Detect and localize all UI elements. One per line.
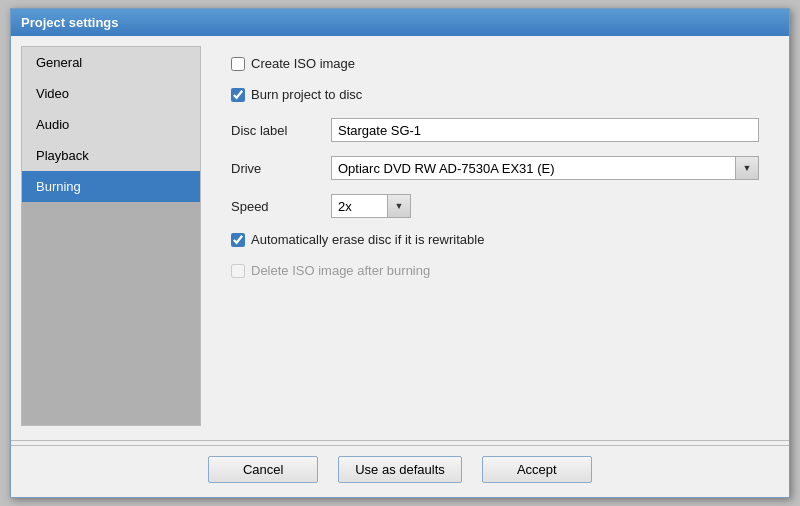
auto-erase-label: Automatically erase disc if it is rewrit…	[251, 232, 484, 247]
sidebar: General Video Audio Playback Burning	[21, 46, 201, 426]
drive-row: Drive Optiarc DVD RW AD-7530A EX31 (E) ▼	[231, 156, 759, 180]
speed-label: Speed	[231, 199, 321, 214]
delete-iso-label: Delete ISO image after burning	[251, 263, 430, 278]
accept-button[interactable]: Accept	[482, 456, 592, 483]
speed-select[interactable]: 1x 2x 4x 8x Max	[331, 194, 411, 218]
title-text: Project settings	[21, 15, 119, 30]
use-as-defaults-button[interactable]: Use as defaults	[338, 456, 462, 483]
sidebar-item-burning[interactable]: Burning	[22, 171, 200, 202]
sidebar-item-video[interactable]: Video	[22, 78, 200, 109]
drive-label: Drive	[231, 161, 321, 176]
dialog-body: General Video Audio Playback Burning Cre…	[11, 36, 789, 436]
burn-project-checkbox[interactable]	[231, 88, 245, 102]
burn-project-row: Burn project to disc	[231, 87, 759, 102]
disc-label-input[interactable]	[331, 118, 759, 142]
auto-erase-checkbox[interactable]	[231, 233, 245, 247]
sidebar-item-audio[interactable]: Audio	[22, 109, 200, 140]
delete-iso-row: Delete ISO image after burning	[231, 263, 759, 278]
content-panel: Create ISO image Burn project to disc Di…	[211, 46, 779, 426]
sidebar-item-general[interactable]: General	[22, 47, 200, 78]
title-bar: Project settings	[11, 9, 789, 36]
disc-label-row: Disc label	[231, 118, 759, 142]
create-iso-label: Create ISO image	[251, 56, 355, 71]
create-iso-checkbox[interactable]	[231, 57, 245, 71]
divider	[11, 440, 789, 441]
auto-erase-row: Automatically erase disc if it is rewrit…	[231, 232, 759, 247]
drive-select[interactable]: Optiarc DVD RW AD-7530A EX31 (E)	[331, 156, 759, 180]
disc-label-text: Disc label	[231, 123, 321, 138]
dialog-project-settings: Project settings General Video Audio Pla…	[10, 8, 790, 498]
drive-select-wrapper: Optiarc DVD RW AD-7530A EX31 (E) ▼	[331, 156, 759, 180]
sidebar-spacer	[22, 202, 200, 425]
button-bar: Cancel Use as defaults Accept	[11, 445, 789, 497]
speed-select-wrapper: 1x 2x 4x 8x Max ▼	[331, 194, 411, 218]
sidebar-item-playback[interactable]: Playback	[22, 140, 200, 171]
delete-iso-checkbox[interactable]	[231, 264, 245, 278]
cancel-button[interactable]: Cancel	[208, 456, 318, 483]
speed-row: Speed 1x 2x 4x 8x Max ▼	[231, 194, 759, 218]
burn-project-label: Burn project to disc	[251, 87, 362, 102]
create-iso-row: Create ISO image	[231, 56, 759, 71]
